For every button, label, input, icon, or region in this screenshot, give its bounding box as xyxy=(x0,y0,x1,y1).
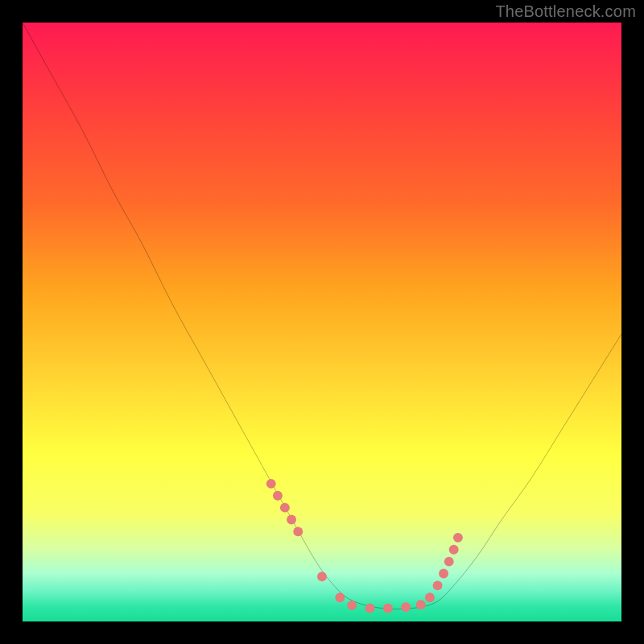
watermark-text: TheBottleneck.com xyxy=(495,2,636,21)
chart-frame: TheBottleneck.com xyxy=(0,0,644,644)
trough-dot xyxy=(365,604,375,613)
trough-dot xyxy=(383,604,393,613)
trough-dot xyxy=(416,600,426,609)
chart-svg xyxy=(23,23,621,621)
trough-dots-group xyxy=(266,479,463,613)
bottleneck-curve xyxy=(23,23,621,609)
trough-dot xyxy=(453,533,463,543)
trough-dot xyxy=(273,491,283,501)
curve-group xyxy=(23,23,621,609)
trough-dot xyxy=(287,515,296,525)
trough-dot xyxy=(401,602,411,612)
trough-dot xyxy=(280,503,290,513)
trough-dot xyxy=(449,545,459,555)
trough-dot xyxy=(317,572,327,581)
trough-dot xyxy=(266,479,276,489)
trough-dot xyxy=(433,580,443,590)
plot-area xyxy=(23,23,621,621)
trough-dot xyxy=(293,526,303,536)
trough-dot xyxy=(444,557,454,567)
trough-dot xyxy=(425,592,435,602)
trough-dot xyxy=(335,592,345,602)
trough-dot xyxy=(439,569,448,579)
trough-dot xyxy=(347,601,357,610)
